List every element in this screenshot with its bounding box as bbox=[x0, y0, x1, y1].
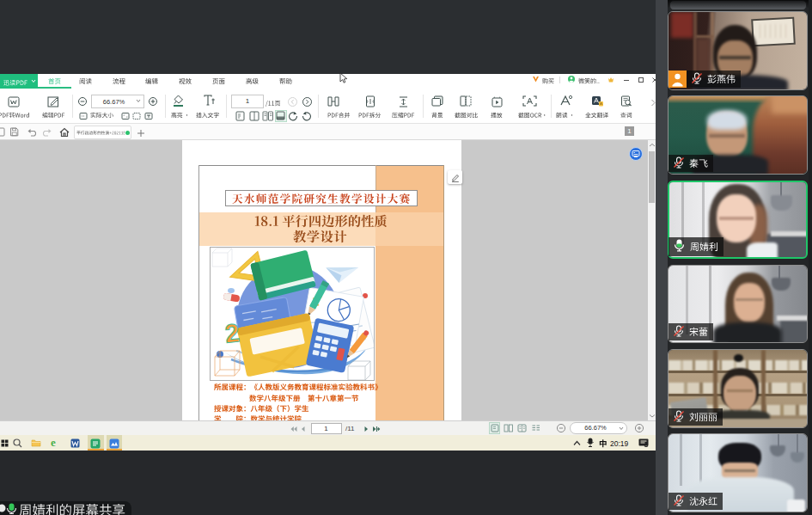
svg-text:2: 2 bbox=[223, 318, 241, 348]
